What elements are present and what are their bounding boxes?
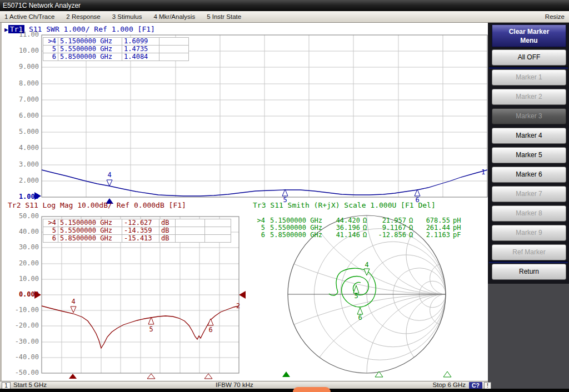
tr1-ytick: 9.000 [3,63,39,71]
tr2-trace-number: 2 [236,302,240,310]
softkey-marker-2: Marker 2 [492,89,566,105]
tr2-ref-level: 0.000 [3,290,39,299]
tr1-ytick: 8.000 [3,79,39,88]
tr2-marker4-label: 4 [68,298,79,305]
tr2-ytick: -30.00 [3,338,39,346]
tr1-ref-level: 1.000 [3,193,39,201]
softkey-menu-title: Clear Marker Menu [492,24,566,47]
tr1-marker4-symbol[interactable] [107,180,112,186]
resize-button[interactable]: Resize [545,13,565,20]
tr2-params: S11 Log Mag 10.00dB/ Ref 0.000dB [F1] [25,201,186,209]
tr3-marker6-label: 6 [355,314,366,321]
stop-frequency: Stop 6 GHz [421,381,466,389]
menu-bar: 1 Active Ch/Trace 2 Response 3 Stimulus … [0,11,569,23]
menu-active-ch-trace[interactable]: 1 Active Ch/Trace [4,13,54,20]
softkey-separator [489,261,568,263]
tr3-marker4-label: 4 [361,262,372,269]
tr2-stimulus-marker5[interactable] [147,374,155,379]
tr3-stimulus-marker6[interactable] [443,371,451,377]
window-title: E5071C Network Analyzer [3,2,81,9]
tr2-ytick: 10.00 [3,275,39,283]
tr2-ytick: 50.00 [3,212,39,220]
tr3-marker5-label: 5 [351,293,362,300]
menu-stimulus[interactable]: 3 Stimulus [112,13,142,20]
start-frequency: Start 5 GHz [13,381,47,389]
tr1-ytick: 4.000 [3,144,39,152]
tr1-ytick: 2.000 [3,177,39,185]
table-row: 55.5500000 GHz1.4735 [43,46,189,53]
softkey-marker-4[interactable]: Marker 4 [492,128,566,144]
tr3-marker-row: 65.8500000 GHz41.146Ω-12.856Ω2.1163pF [253,232,465,239]
tr1-ytick: 3.000 [3,160,39,169]
tr2-stimulus-marker6[interactable] [204,374,212,379]
softkey-marker-5[interactable]: Marker 5 [492,147,566,163]
softkey-all-off[interactable]: All OFF [492,49,566,66]
table-row: >45.1500000 GHz-12.627dB [43,219,231,227]
tr1-marker4-label: 4 [104,172,115,179]
menu-response[interactable]: 2 Response [66,13,100,20]
softkey-marker-1: Marker 1 [492,69,566,86]
tr2-marker-symbols [71,306,213,325]
tr1-ytick: 11.00 [3,31,39,39]
tr1-ytick: 7.000 [3,96,39,104]
e5071c-window: E5071C Network Analyzer 1 Active Ch/Trac… [0,0,569,392]
ifbw-readout: IFBW 70 kHz [216,381,253,389]
tr2-ytick: -40.00 [3,353,39,361]
table-row: 65.8500000 GHz-15.413dB [43,235,231,243]
menu-mkr-analysis[interactable]: 4 Mkr/Analysis [153,13,195,20]
tr2-ytick: -50.00 [3,369,39,377]
bottom-edge-strip [0,389,569,392]
tr1-ytick: 6.000 [3,112,39,120]
softkey-ref-marker: Ref Marker [492,244,566,260]
tr2-label: Tr2 [8,201,21,209]
tr2-marker5-label: 5 [146,326,157,333]
table-row: >45.1500000 GHz1.6099 [43,38,189,46]
correction-badge: C? [469,382,482,389]
softkey-marker-8: Marker 8 [492,205,566,222]
softkey-marker-9: Marker 9 [492,225,566,241]
tr1-marker-table: >45.1500000 GHz1.6099 55.5500000 GHz1.47… [43,37,189,61]
menu-instr-state[interactable]: 5 Instr State [207,13,241,20]
tr2-ytick: 30.00 [3,243,39,252]
tr2-marker-table: >45.1500000 GHz-12.627dB 55.5500000 GHz-… [43,219,231,243]
softkey-return[interactable]: Return [492,264,566,280]
tr2-ytick: -10.00 [3,306,39,314]
softkey-marker-7: Marker 7 [492,186,566,202]
title-bar[interactable]: E5071C Network Analyzer [0,0,569,11]
softkey-marker-3[interactable]: Marker 3 [492,108,566,124]
tr1-params: S11 SWR 1.000/ Ref 1.000 [F1] [29,25,155,33]
table-row: 65.8500000 GHz1.4084 [43,53,189,61]
tr2-stimulus-markers [69,374,212,379]
tr1-trace-number: 1 [481,168,485,176]
tr2-header[interactable]: Tr2 S11 Log Mag 10.00dB/ Ref 0.000dB [F1… [8,201,186,209]
tr3-label: Tr3 [253,201,266,209]
mouse-cursor [293,387,331,392]
softkey-menu-title-line2: Menu [492,36,566,45]
tr3-params: S11 Smith (R+jX) Scale 1.000U [F1 Del] [270,201,435,209]
tr2-marker4-symbol[interactable] [71,306,76,313]
tr2-ytick: 40.00 [3,228,39,236]
tr1-marker5-symbol[interactable] [282,189,288,196]
tr2-ytick: 20.00 [3,259,39,268]
tr3-header[interactable]: Tr3 S11 Smith (R+jX) Scale 1.000U [F1 De… [253,201,436,209]
tr2-marker6-symbol[interactable] [208,319,213,325]
table-row: 55.5500000 GHz-14.359dB [43,227,231,235]
tr2-stimulus-marker4[interactable] [69,374,77,379]
tr1-ytick: 5.000 [3,128,39,136]
tr1-ytick: 10.00 [3,47,39,55]
softkey-marker-6[interactable]: Marker 6 [492,167,566,183]
tr3-stimulus-marker4[interactable] [282,371,290,377]
tr1-marker-symbols [107,180,420,196]
softkey-separator [489,67,568,69]
softkey-menu-title-line1: Clear Marker [492,27,566,36]
tr2-ytick: -20.00 [3,321,39,330]
tr2-marker6-label: 6 [205,326,216,334]
status-bar: 1 Start 5 GHz IFBW 70 kHz Stop 6 GHz C? … [0,381,488,389]
